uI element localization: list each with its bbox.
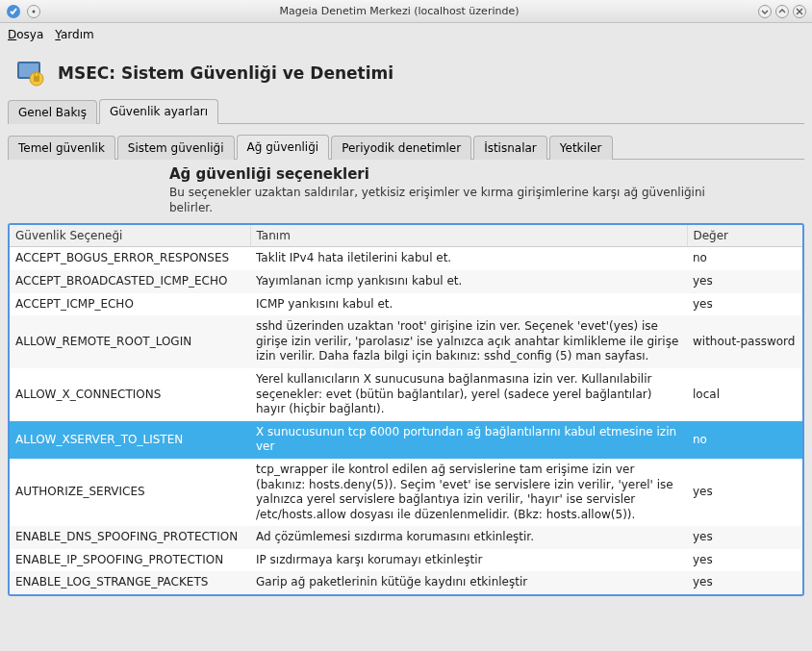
cell-option: ENABLE_LOG_STRANGE_PACKETS	[10, 571, 250, 594]
cell-description: tcp_wrapper ile kontrol edilen ağ servis…	[250, 459, 687, 526]
titlebar-controls	[758, 5, 806, 18]
cell-option: ACCEPT_ICMP_ECHO	[10, 293, 250, 316]
section-description: Ağ güvenliği seçenekleri Bu seçenekler u…	[8, 160, 804, 223]
tab-network-security[interactable]: Ağ güvenliği	[237, 135, 330, 160]
table-row[interactable]: ALLOW_X_CONNECTIONSYerel kullanıcıların …	[10, 368, 802, 421]
cell-value: yes	[687, 549, 802, 572]
cell-description: Ad çözümlemesi sızdırma korumasını etkin…	[250, 526, 687, 549]
options-table-wrap[interactable]: Güvenlik Seçeneği Tanım Değer ACCEPT_BOG…	[8, 223, 804, 596]
app-icon	[6, 4, 21, 19]
table-row[interactable]: ALLOW_XSERVER_TO_LISTENX sunucusunun tcp…	[10, 421, 802, 459]
tab-exceptions[interactable]: İstisnalar	[473, 136, 547, 160]
svg-rect-5	[34, 76, 39, 82]
cell-option: ENABLE_IP_SPOOFING_PROTECTION	[10, 549, 250, 572]
cell-value: yes	[687, 270, 802, 293]
table-row[interactable]: AUTHORIZE_SERVICEStcp_wrapper ile kontro…	[10, 459, 802, 526]
cell-option: AUTHORIZE_SERVICES	[10, 459, 250, 526]
cell-option: ALLOW_XSERVER_TO_LISTEN	[10, 421, 250, 459]
tab-system-security[interactable]: Sistem güvenliği	[117, 136, 235, 160]
svg-point-1	[33, 10, 36, 13]
section-subtitle: Bu seçenekler uzaktan saldırılar, yetkis…	[169, 185, 708, 215]
header: MSEC: Sistem Güvenliği ve Denetimi	[0, 46, 812, 98]
cell-value: no	[687, 421, 802, 459]
close-icon[interactable]	[793, 5, 806, 18]
cell-description: Taklit IPv4 hata iletilerini kabul et.	[250, 247, 687, 270]
table-header-row: Güvenlik Seçeneği Tanım Değer	[10, 225, 802, 247]
window-title: Mageia Denetim Merkezi (localhost üzerin…	[40, 5, 758, 17]
cell-description: sshd üzerinden uzaktan 'root' girişine i…	[250, 315, 687, 368]
table-row[interactable]: ACCEPT_ICMP_ECHOICMP yankısını kabul et.…	[10, 293, 802, 316]
content-area: Temel güvenlik Sistem güvenliği Ağ güven…	[8, 134, 804, 596]
outer-tabs: Genel Bakış Güvenlik ayarları	[8, 98, 804, 124]
cell-value: yes	[687, 526, 802, 549]
rollup-icon[interactable]	[27, 5, 40, 18]
table-row[interactable]: ENABLE_DNS_SPOOFING_PROTECTIONAd çözümle…	[10, 526, 802, 549]
options-table: Güvenlik Seçeneği Tanım Değer ACCEPT_BOG…	[10, 225, 802, 594]
tab-periodic-checks[interactable]: Periyodik denetimler	[331, 136, 471, 160]
table-row[interactable]: ACCEPT_BOGUS_ERROR_RESPONSESTaklit IPv4 …	[10, 247, 802, 270]
inner-tabs: Temel güvenlik Sistem güvenliği Ağ güven…	[8, 134, 804, 160]
menubar: Dosya Yardım	[0, 23, 812, 46]
titlebar: Mageia Denetim Merkezi (localhost üzerin…	[0, 0, 812, 23]
section-title: Ağ güvenliği seçenekleri	[169, 165, 804, 183]
tab-overview[interactable]: Genel Bakış	[8, 100, 97, 124]
minimize-icon[interactable]	[758, 5, 772, 18]
cell-option: ENABLE_DNS_SPOOFING_PROTECTION	[10, 526, 250, 549]
maximize-icon[interactable]	[775, 5, 789, 18]
menu-help-rest: ardım	[61, 28, 94, 41]
cell-value: yes	[687, 293, 802, 316]
page-title: MSEC: Sistem Güvenliği ve Denetimi	[58, 63, 393, 83]
menu-help[interactable]: Yardım	[55, 28, 93, 41]
menu-file-underline: D	[8, 28, 16, 41]
cell-value: yes	[687, 459, 802, 526]
titlebar-left	[6, 4, 40, 19]
menu-file[interactable]: Dosya	[8, 28, 43, 41]
table-row[interactable]: ACCEPT_BROADCASTED_ICMP_ECHOYayımlanan i…	[10, 270, 802, 293]
cell-option: ALLOW_X_CONNECTIONS	[10, 368, 250, 421]
cell-description: Yerel kullanıcıların X sunucusuna bağlan…	[250, 368, 687, 421]
cell-option: ACCEPT_BOGUS_ERROR_RESPONSES	[10, 247, 250, 270]
table-row[interactable]: ENABLE_LOG_STRANGE_PACKETSGarip ağ paket…	[10, 571, 802, 594]
col-description[interactable]: Tanım	[250, 225, 687, 247]
menu-file-rest: osya	[16, 28, 43, 41]
table-row[interactable]: ALLOW_REMOTE_ROOT_LOGINsshd üzerinden uz…	[10, 315, 802, 368]
cell-description: Garip ağ paketlerinin kütüğe kaydını etk…	[250, 571, 687, 594]
cell-value: local	[687, 368, 802, 421]
table-body: ACCEPT_BOGUS_ERROR_RESPONSESTaklit IPv4 …	[10, 247, 802, 594]
cell-description: ICMP yankısını kabul et.	[250, 293, 687, 316]
col-option[interactable]: Güvenlik Seçeneği	[10, 225, 250, 247]
tab-basic-security[interactable]: Temel güvenlik	[8, 136, 115, 160]
tab-permissions[interactable]: Yetkiler	[549, 136, 613, 160]
cell-option: ALLOW_REMOTE_ROOT_LOGIN	[10, 315, 250, 368]
cell-value: without-password	[687, 315, 802, 368]
cell-description: X sunucusunun tcp 6000 portundan ağ bağl…	[250, 421, 687, 459]
cell-option: ACCEPT_BROADCASTED_ICMP_ECHO	[10, 270, 250, 293]
cell-value: yes	[687, 571, 802, 594]
cell-description: IP sızdırmaya karşı korumayı etkinleştir	[250, 549, 687, 572]
table-row[interactable]: ENABLE_IP_SPOOFING_PROTECTIONIP sızdırma…	[10, 549, 802, 572]
cell-value: no	[687, 247, 802, 270]
cell-description: Yayımlanan icmp yankısını kabul et.	[250, 270, 687, 293]
col-value[interactable]: Değer	[687, 225, 802, 247]
tab-security-settings[interactable]: Güvenlik ayarları	[99, 99, 218, 124]
header-shield-icon	[13, 56, 48, 90]
